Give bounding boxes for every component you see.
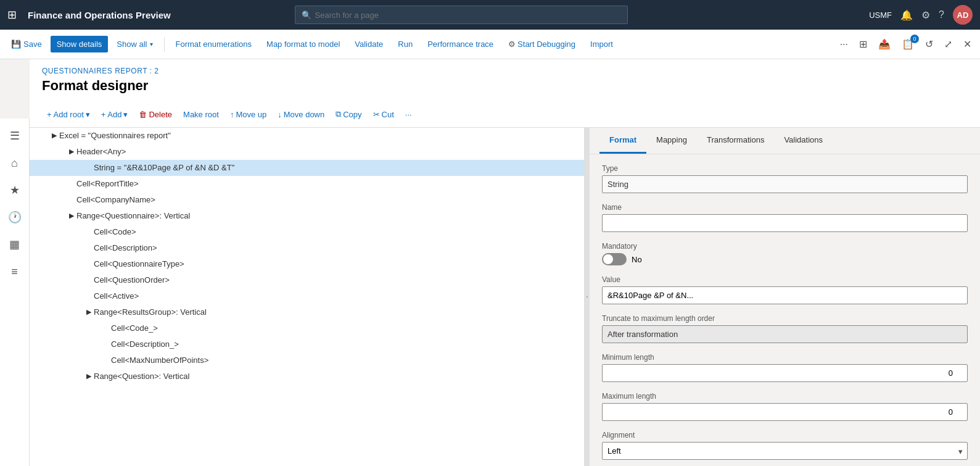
right-panel-tabs: Format Mapping Transformations Validatio… [590, 128, 980, 154]
map-format-button[interactable]: Map format to model [260, 36, 346, 52]
search-icon: 🔍 [302, 10, 311, 20]
tree-item-results-group[interactable]: ▶ Range<ResultsGroup>: Vertical [30, 304, 584, 320]
tree-label-code-: Cell<Code_> [111, 323, 584, 333]
more-designer-button[interactable]: ··· [400, 107, 417, 122]
badge-button[interactable]: 📋 0 [898, 36, 918, 52]
truncate-label: Truncate to maximum length order [602, 314, 968, 323]
tree-item-max-points[interactable]: Cell<MaxNumberOfPoints> [30, 352, 584, 368]
refresh-button[interactable]: ↺ [921, 36, 937, 52]
show-details-button[interactable]: Show details [51, 36, 109, 52]
tree-item-question-order[interactable]: Cell<QuestionOrder> [30, 272, 584, 288]
show-all-button[interactable]: Show all ▾ [110, 36, 159, 52]
sidebar-hamburger[interactable]: ☰ [2, 123, 27, 148]
cut-button[interactable]: ✂ Cut [368, 107, 399, 122]
tree-item-excel[interactable]: ▶ Excel = "Questionnaires report" [30, 128, 584, 144]
up-arrow-icon: ↑ [230, 110, 234, 119]
tree-item-active[interactable]: Cell<Active> [30, 288, 584, 304]
bell-icon[interactable]: 🔔 [900, 9, 913, 21]
sidebar-home[interactable]: ⌂ [2, 151, 27, 175]
add-button[interactable]: + Add ▾ [96, 107, 133, 122]
user-avatar[interactable]: AD [953, 5, 973, 25]
tree-label-string: String = "&R&10Page &P of &N &D &T" [94, 163, 584, 172]
tree-item-question-range[interactable]: ▶ Range<Question>: Vertical [30, 368, 584, 385]
tree-item-questionnaire-type[interactable]: Cell<QuestionnaireType> [30, 256, 584, 272]
apps-icon[interactable]: ⊞ [7, 8, 17, 22]
performance-trace-button[interactable]: Performance trace [421, 36, 500, 52]
value-input[interactable] [602, 286, 968, 304]
tree-item-description-[interactable]: Cell<Description_> [30, 336, 584, 352]
format-enumerations-button[interactable]: Format enumerations [170, 36, 258, 52]
sidebar-modules[interactable]: ≡ [2, 259, 27, 284]
delete-button[interactable]: 🗑 Delete [134, 107, 177, 122]
search-input[interactable] [315, 10, 621, 20]
min-length-field-group: Minimum length [602, 353, 968, 382]
expand-button[interactable]: ⤢ [941, 36, 956, 52]
start-debugging-button[interactable]: ⚙ Start Debugging [502, 36, 582, 52]
app-title: Finance and Operations Preview [28, 10, 171, 20]
panel-splitter[interactable]: ⋮ [585, 128, 590, 466]
tab-transformations[interactable]: Transformations [697, 128, 774, 154]
save-button[interactable]: 💾 Save [5, 36, 48, 52]
mandatory-label: Mandatory [602, 242, 968, 251]
expand-icon-header[interactable]: ▶ [67, 148, 76, 156]
expand-icon-question-range[interactable]: ▶ [84, 372, 94, 380]
main-toolbar: 💾 Save Show details Show all ▾ Format en… [0, 30, 980, 59]
page-header: QUESTIONNAIRES REPORT : 2 Format designe… [30, 59, 980, 101]
breadcrumb: QUESTIONNAIRES REPORT : 2 [42, 67, 968, 75]
tree-item-string[interactable]: String = "&R&10Page &P of &N &D &T" [30, 160, 584, 176]
name-input[interactable] [602, 214, 968, 232]
min-length-label: Minimum length [602, 353, 968, 362]
page-layout: ☰ ⌂ ★ 🕐 ▦ ≡ QUESTIONNAIRES REPORT : 2 Fo… [30, 59, 980, 466]
tab-mapping[interactable]: Mapping [646, 128, 697, 154]
max-length-input[interactable] [602, 403, 968, 421]
help-icon[interactable]: ? [939, 9, 944, 20]
more-options-button[interactable]: ··· [836, 36, 852, 52]
tree-item-description[interactable]: Cell<Description> [30, 240, 584, 256]
add-root-caret: ▾ [86, 110, 90, 119]
tree-item-code[interactable]: Cell<Code> [30, 224, 584, 240]
move-down-button[interactable]: ↓ Move down [273, 107, 329, 122]
tree-label-excel: Excel = "Questionnaires report" [59, 131, 584, 140]
sidebar-favorites[interactable]: ★ [2, 178, 27, 202]
debug-icon: ⚙ [508, 40, 516, 49]
mandatory-toggle-wrap: No [602, 253, 968, 265]
tree-item-questionnaire-range[interactable]: ▶ Range<Questionnaire>: Vertical [30, 208, 584, 224]
tree-item-code-[interactable]: Cell<Code_> [30, 320, 584, 336]
tree-item-header[interactable]: ▶ Header<Any> [30, 144, 584, 160]
name-label: Name [602, 203, 968, 212]
alignment-select[interactable]: Left Right Center [602, 442, 968, 460]
move-up-button[interactable]: ↑ Move up [225, 107, 271, 122]
tree-label-code: Cell<Code> [94, 227, 584, 236]
search-bar[interactable]: 🔍 [295, 6, 628, 24]
copy-button[interactable]: ⧉ Copy [331, 106, 366, 122]
gear-icon[interactable]: ⚙ [921, 9, 930, 21]
right-panel: Format Mapping Transformations Validatio… [590, 128, 980, 466]
min-length-input[interactable] [602, 364, 968, 382]
share-icon-button[interactable]: 📤 [875, 36, 894, 52]
expand-icon-excel[interactable]: ▶ [49, 131, 59, 139]
add-root-button[interactable]: + Add root ▾ [42, 107, 95, 122]
alignment-label: Alignment [602, 431, 968, 439]
tree-item-company-name[interactable]: Cell<CompanyName> [30, 192, 584, 208]
mandatory-toggle[interactable] [602, 253, 627, 265]
tree-item-report-title[interactable]: Cell<ReportTitle> [30, 176, 584, 192]
puzzle-icon-button[interactable]: ⊞ [855, 36, 871, 52]
validate-button[interactable]: Validate [348, 36, 389, 52]
make-root-button[interactable]: Make root [178, 107, 224, 122]
tree-panel[interactable]: ▶ Excel = "Questionnaires report" ▶ Head… [30, 128, 585, 466]
sidebar-recent[interactable]: 🕐 [2, 205, 27, 230]
tree-label-question-range: Range<Question>: Vertical [94, 372, 584, 381]
username-label: USMF [869, 10, 892, 20]
sidebar-workspaces[interactable]: ▦ [2, 232, 27, 257]
tab-validations[interactable]: Validations [774, 128, 833, 154]
import-button[interactable]: Import [584, 36, 619, 52]
expand-icon-results-group[interactable]: ▶ [84, 308, 94, 316]
form-body: Type String Name Mandatory No [590, 154, 980, 466]
run-button[interactable]: Run [392, 36, 419, 52]
close-button[interactable]: ✕ [960, 36, 975, 52]
expand-icon-questionnaire-range[interactable]: ▶ [67, 212, 76, 220]
tree-label-max-points: Cell<MaxNumberOfPoints> [111, 356, 584, 365]
toolbar-right-icons: ··· ⊞ 📤 📋 0 ↺ ⤢ ✕ [836, 36, 975, 52]
content-area: ▶ Excel = "Questionnaires report" ▶ Head… [30, 128, 980, 466]
tab-format[interactable]: Format [599, 128, 646, 154]
